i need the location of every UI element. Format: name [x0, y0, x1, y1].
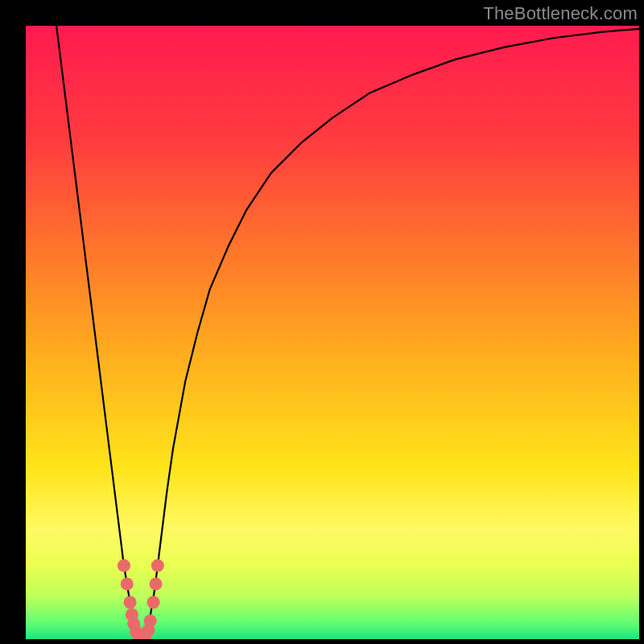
curve-marker — [151, 559, 164, 572]
curve-marker — [144, 614, 157, 627]
curve-marker — [121, 577, 134, 590]
bottleneck-chart — [26, 26, 639, 639]
chart-frame: TheBottleneck.com — [0, 0, 644, 644]
watermark-text: TheBottleneck.com — [483, 3, 638, 24]
curve-marker — [124, 596, 137, 609]
curve-marker — [150, 577, 163, 590]
plot-area — [26, 26, 639, 639]
curve-marker — [118, 559, 130, 572]
curve-marker — [147, 596, 160, 609]
